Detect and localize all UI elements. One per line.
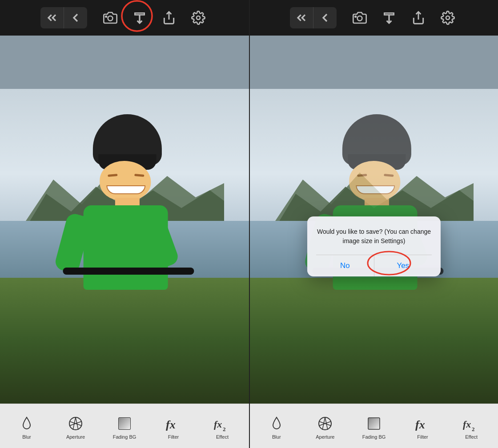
right-download-btn[interactable] [378, 8, 400, 28]
svg-text:2: 2 [472, 426, 475, 431]
svg-rect-31 [368, 418, 380, 429]
left-aperture-label: Aperture [66, 434, 85, 440]
left-bottom-toolbar: Blur Aperture [0, 404, 249, 448]
left-preview-top [0, 36, 249, 89]
svg-text:fx: fx [166, 418, 176, 431]
right-effect-label: Effect [465, 434, 478, 440]
left-tool-blur[interactable]: Blur [11, 415, 42, 440]
svg-rect-14 [119, 418, 130, 429]
right-blur-icon [268, 415, 285, 432]
left-camera-btn[interactable] [100, 8, 121, 28]
right-aperture-icon [316, 415, 334, 432]
left-settings-btn[interactable] [188, 8, 209, 28]
svg-point-22 [446, 16, 450, 20]
right-main-image: Would you like to save? (You can change … [250, 89, 498, 404]
left-back-single-btn[interactable] [64, 7, 87, 28]
left-smile [106, 185, 145, 194]
right-preview-top [250, 36, 498, 89]
right-dialog-message: Would you like to save? (You can change … [316, 227, 432, 246]
right-camera-btn[interactable] [349, 8, 370, 28]
left-toolbar [0, 0, 249, 36]
right-filter-icon: fx [414, 415, 432, 432]
left-tool-effect[interactable]: fx 2 Effect [207, 415, 238, 440]
right-settings-btn[interactable] [437, 8, 458, 28]
right-tool-blur[interactable]: Blur [261, 415, 292, 440]
left-fading-bg-label: Fading BG [113, 434, 137, 440]
right-dialog-yes-btn[interactable]: Yes [374, 255, 432, 276]
right-tool-aperture[interactable]: Aperture [309, 415, 341, 440]
left-back-double-btn[interactable] [40, 7, 64, 28]
left-effect-icon: fx 2 [213, 415, 231, 432]
left-effect-label: Effect [216, 434, 229, 440]
left-tool-filter[interactable]: fx Filter [158, 415, 189, 440]
svg-point-5 [197, 16, 200, 20]
right-fading-bg-icon [365, 415, 383, 432]
left-eye-right [134, 174, 144, 177]
right-filter-label: Filter [417, 434, 428, 440]
right-toolbar [250, 0, 498, 36]
left-fading-bg-icon [116, 415, 133, 432]
left-blur-label: Blur [22, 434, 31, 440]
right-back-double-btn[interactable] [290, 7, 313, 28]
right-aperture-label: Aperture [316, 434, 334, 440]
left-tool-aperture[interactable]: Aperture [60, 415, 91, 440]
svg-text:fx: fx [463, 419, 471, 430]
svg-point-18 [357, 16, 362, 21]
right-effect-icon: fx 2 [462, 415, 480, 432]
svg-text:2: 2 [223, 426, 226, 431]
left-face [100, 161, 151, 201]
svg-text:fx: fx [214, 419, 222, 430]
left-toolbar-center [100, 8, 209, 28]
svg-point-19 [355, 16, 356, 17]
right-save-dialog: Would you like to save? (You can change … [307, 216, 441, 276]
svg-point-1 [105, 16, 107, 17]
left-blur-icon [18, 415, 36, 432]
left-filter-icon: fx [165, 415, 182, 432]
right-back-buttons [290, 7, 337, 28]
left-eye-left [108, 174, 117, 177]
left-back-buttons [40, 7, 87, 28]
right-tool-effect[interactable]: fx 2 Effect [456, 415, 487, 440]
right-back-single-btn[interactable] [313, 7, 337, 28]
left-share-btn[interactable] [158, 8, 180, 28]
right-fading-bg-label: Fading BG [362, 434, 386, 440]
svg-point-0 [108, 16, 112, 21]
right-dialog-overlay: Would you like to save? (You can change … [250, 89, 498, 404]
left-main-image [0, 89, 249, 404]
right-blur-label: Blur [272, 434, 281, 440]
left-aperture-icon [67, 415, 84, 432]
right-panel: Would you like to save? (You can change … [249, 0, 498, 448]
left-handlebar [63, 268, 194, 275]
right-share-btn[interactable] [408, 8, 429, 28]
left-filter-label: Filter [168, 434, 179, 440]
right-bottom-toolbar: Blur Aperture [250, 404, 498, 448]
right-dialog-no-btn[interactable]: No [316, 255, 374, 276]
left-boy-figure [56, 114, 198, 404]
left-tool-fading-bg[interactable]: Fading BG [109, 415, 140, 440]
left-download-btn[interactable] [129, 8, 150, 28]
right-tool-fading-bg[interactable]: Fading BG [358, 415, 390, 440]
right-tool-filter[interactable]: fx Filter [407, 415, 438, 440]
left-panel: Blur Aperture [0, 0, 249, 448]
right-dialog-buttons: No Yes [316, 255, 432, 276]
svg-text:fx: fx [415, 418, 425, 431]
right-toolbar-center [349, 8, 458, 28]
